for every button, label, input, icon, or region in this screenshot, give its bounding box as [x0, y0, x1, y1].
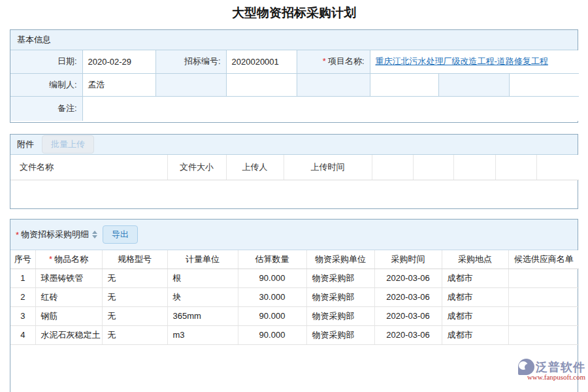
cell-purchase-dept: 物资采购部	[306, 287, 374, 306]
fanpu-logo-icon	[518, 359, 534, 375]
empty-value-cell	[226, 73, 297, 96]
batch-upload-button[interactable]: 批量上传	[42, 135, 94, 154]
basic-info-row-1: 日期: 2020-02-29 招标编号: 2020020001 *项目名称: 重…	[10, 50, 579, 73]
remark-label: 备注:	[10, 96, 82, 121]
export-button[interactable]: 导出	[103, 225, 138, 244]
page-title: 大型物资招标采购计划	[0, 5, 588, 22]
cell-purchase-time: 2020-03-06	[374, 269, 442, 287]
cell-candidate-suppliers	[508, 325, 579, 344]
required-asterisk: *	[16, 230, 19, 240]
cell-estimated-qty: 90.000	[238, 269, 306, 287]
detail-col-item-name: *物品名称	[35, 250, 102, 269]
remark-value	[82, 96, 579, 121]
project-name-label-text: 项目名称:	[328, 56, 365, 66]
attachments-col-file-name: 文件名称	[10, 155, 167, 180]
detail-section: * 物资招标采购明细 导出 序号 *物品名称 规格型号 计量单位 估算数量 物资…	[10, 219, 578, 392]
sort-toggle-icon[interactable]	[92, 231, 97, 238]
cell-candidate-suppliers	[508, 306, 579, 325]
basic-info-section: 基本信息 日期: 2020-02-29 招标编号: 2020020001 *项目…	[10, 29, 578, 123]
detail-col-candidate-suppliers: 候选供应商名单	[508, 250, 579, 269]
required-asterisk: *	[49, 254, 52, 264]
attachments-title: 附件	[17, 139, 34, 150]
cell-candidate-suppliers	[508, 269, 579, 287]
empty-value-cell	[509, 73, 579, 96]
cell-purchase-place: 成都市	[442, 269, 508, 287]
cell-purchase-place: 成都市	[442, 306, 508, 325]
cell-item-name: 红砖	[35, 287, 102, 306]
attachments-col-empty	[413, 155, 453, 180]
detail-col-unit: 计量单位	[167, 250, 238, 269]
date-label: 日期:	[10, 50, 82, 73]
attachments-col-uploader: 上传人	[226, 155, 284, 180]
basic-info-row-3: 备注:	[10, 96, 579, 121]
cell-estimated-qty: 90.000	[238, 306, 306, 325]
detail-table: 序号 *物品名称 规格型号 计量单位 估算数量 物资采购单位 采购时间 采购地点…	[10, 250, 579, 345]
cell-purchase-dept: 物资采购部	[306, 306, 374, 325]
attachments-section-header: 附件 批量上传	[10, 135, 578, 155]
basic-info-table: 日期: 2020-02-29 招标编号: 2020020001 *项目名称: 重…	[10, 50, 579, 121]
cell-seq: 1	[10, 269, 35, 287]
cell-unit: 365mm	[167, 306, 238, 325]
cell-candidate-suppliers	[508, 287, 579, 306]
cell-spec: 无	[102, 325, 167, 344]
cell-purchase-dept: 物资采购部	[306, 325, 374, 344]
cell-seq: 3	[10, 306, 35, 325]
project-name-label: *项目名称:	[297, 50, 370, 73]
cell-purchase-place: 成都市	[442, 287, 508, 306]
basic-info-row-2: 编制人: 孟浩	[10, 73, 579, 96]
compiler-value: 孟浩	[82, 73, 155, 96]
cell-seq: 2	[10, 287, 35, 306]
empty-value-cell	[370, 73, 438, 96]
attachments-col-empty	[495, 155, 536, 180]
detail-col-estimated-qty: 估算数量	[238, 250, 306, 269]
detail-col-purchase-time: 采购时间	[374, 250, 442, 269]
project-name-link[interactable]: 重庆江北污水处理厂级改造工程-道路修复工程	[376, 56, 548, 66]
table-row[interactable]: 4 水泥石灰稳定土 无 m3 90.000 物资采购部 2020-03-06 成…	[10, 325, 579, 344]
brand-logo: 泛普软件 www.fanpusoft.com	[518, 359, 585, 381]
cell-unit: 块	[167, 287, 238, 306]
detail-col-purchase-dept: 物资采购单位	[306, 250, 374, 269]
cell-item-name: 钢筋	[35, 306, 102, 325]
detail-col-spec: 规格型号	[102, 250, 167, 269]
empty-label-cell	[155, 73, 226, 96]
cell-purchase-dept: 物资采购部	[306, 269, 374, 287]
basic-info-title: 基本信息	[17, 34, 51, 46]
attachments-section: 附件 批量上传 文件名称 文件大小 上传人 上传时间	[10, 134, 578, 209]
cell-spec: 无	[102, 287, 167, 306]
table-row[interactable]: 2 红砖 无 块 30.000 物资采购部 2020-03-06 成都市	[10, 287, 579, 306]
brand-url: www.fanpusoft.com	[527, 373, 585, 381]
cell-estimated-qty: 90.000	[238, 325, 306, 344]
cell-unit: m3	[167, 325, 238, 344]
cell-estimated-qty: 30.000	[238, 287, 306, 306]
empty-label-cell	[438, 73, 509, 96]
detail-header-row: 序号 *物品名称 规格型号 计量单位 估算数量 物资采购单位 采购时间 采购地点…	[10, 250, 579, 269]
table-row[interactable]: 1 球墨铸铁管 无 根 90.000 物资采购部 2020-03-06 成都市	[10, 269, 579, 287]
detail-col-item-name-text: 物品名称	[54, 254, 88, 264]
cell-spec: 无	[102, 269, 167, 287]
project-name-cell: 重庆江北污水处理厂级改造工程-道路修复工程	[370, 50, 579, 73]
cell-purchase-place: 成都市	[442, 325, 508, 344]
detail-col-seq: 序号	[10, 250, 35, 269]
bid-number-value: 2020020001	[226, 50, 297, 73]
compiler-label: 编制人:	[10, 73, 82, 96]
attachments-header-row: 文件名称 文件大小 上传人 上传时间	[10, 155, 579, 180]
required-asterisk: *	[323, 56, 326, 66]
attachments-col-empty	[372, 155, 413, 180]
cell-purchase-time: 2020-03-06	[374, 325, 442, 344]
cell-unit: 根	[167, 269, 238, 287]
attachments-table: 文件名称 文件大小 上传人 上传时间	[10, 155, 579, 180]
basic-info-section-header: 基本信息	[10, 30, 578, 50]
bid-number-label: 招标编号:	[155, 50, 226, 73]
detail-title: 物资招标采购明细	[21, 229, 89, 240]
attachments-col-empty	[453, 155, 495, 180]
detail-col-purchase-place: 采购地点	[442, 250, 508, 269]
date-value: 2020-02-29	[82, 50, 155, 73]
attachments-col-upload-time: 上传时间	[284, 155, 372, 180]
cell-purchase-time: 2020-03-06	[374, 306, 442, 325]
attachments-col-empty	[536, 155, 579, 180]
detail-section-header: * 物资招标采购明细 导出	[10, 220, 578, 250]
cell-item-name: 水泥石灰稳定土	[35, 325, 102, 344]
attachments-col-file-size: 文件大小	[167, 155, 226, 180]
table-row[interactable]: 3 钢筋 无 365mm 90.000 物资采购部 2020-03-06 成都市	[10, 306, 579, 325]
cell-item-name: 球墨铸铁管	[35, 269, 102, 287]
